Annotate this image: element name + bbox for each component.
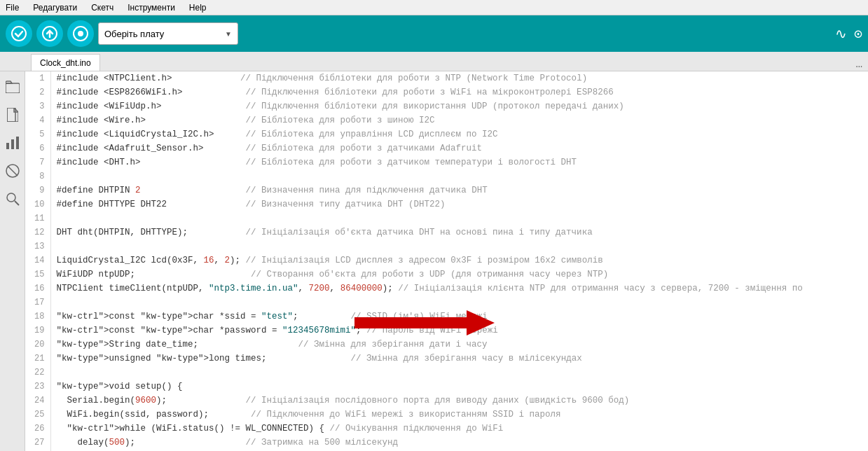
line-number: 2 xyxy=(25,85,50,99)
code-line-content xyxy=(50,366,868,380)
menu-sketch[interactable]: Скетч xyxy=(88,1,116,14)
svg-rect-9 xyxy=(16,137,19,149)
tab-filename: Clock_dht.ino xyxy=(40,58,91,68)
line-number: 23 xyxy=(25,380,50,394)
table-row: 3#include <WiFiUdp.h> // Підключення біб… xyxy=(25,99,868,113)
table-row: 27 delay(500); // Затримка на 500 мілісе… xyxy=(25,436,868,450)
debug-icon xyxy=(73,26,88,41)
line-number: 26 xyxy=(25,422,50,436)
line-number: 17 xyxy=(25,296,50,310)
code-line-content: Serial.begin(9600); // Ініціалізація пос… xyxy=(50,394,868,408)
code-line-content: #define DHTPIN 2 // Визначення пина для … xyxy=(50,183,868,197)
table-row: 18"kw-ctrl">const "kw-type">char *ssid =… xyxy=(25,310,868,324)
code-line-content: #include <WiFiUdp.h> // Підключення бібл… xyxy=(50,99,868,113)
table-row: 10#define DHTTYPE DHT22 // Визначення ти… xyxy=(25,197,868,211)
table-row: 23"kw-type">void setup() { xyxy=(25,380,868,394)
svg-point-12 xyxy=(7,193,15,202)
table-row: 6#include <Adafruit_Sensor.h> // Бібліот… xyxy=(25,141,868,155)
table-row: 22 xyxy=(25,366,868,380)
svg-point-4 xyxy=(78,31,83,36)
table-row: 1#include <NTPClient.h> // Підключення б… xyxy=(25,71,868,85)
code-table: 1#include <NTPClient.h> // Підключення б… xyxy=(25,71,868,451)
line-number: 8 xyxy=(25,169,50,183)
board-selector[interactable]: Оберіть плату ▼ xyxy=(98,22,238,45)
table-row: 26 "kw-ctrl">while (WiFi.status() != WL_… xyxy=(25,422,868,436)
table-row: 21"kw-type">unsigned "kw-type">long time… xyxy=(25,352,868,366)
code-line-content xyxy=(50,169,868,183)
code-line-content: #include <Adafruit_Sensor.h> // Бібліоте… xyxy=(50,141,868,155)
code-line-content: "kw-ctrl">while (WiFi.status() != WL_CON… xyxy=(50,422,868,436)
code-line-content: WiFiUDP ntpUDP; // Створання об'єкта для… xyxy=(50,268,868,282)
upload-icon xyxy=(42,26,57,41)
code-line-content: "kw-type">unsigned "kw-type">long times;… xyxy=(50,352,868,366)
sidebar xyxy=(0,71,25,451)
tab-overflow-icon[interactable]: … xyxy=(855,58,868,71)
code-line-content: #include <LiquidCrystal_I2C.h> // Бібліо… xyxy=(50,127,868,141)
code-line-content: "kw-ctrl">const "kw-type">char *ssid = "… xyxy=(50,310,868,324)
sidebar-block-icon[interactable] xyxy=(3,161,22,181)
line-number: 11 xyxy=(25,211,50,226)
line-number: 7 xyxy=(25,155,50,169)
code-area[interactable]: 1#include <NTPClient.h> // Підключення б… xyxy=(25,71,868,451)
code-line-content xyxy=(50,211,868,226)
table-row: 14LiquidCrystal_I2C lcd(0x3F, 16, 2); //… xyxy=(25,254,868,268)
line-number: 21 xyxy=(25,352,50,366)
upload-button[interactable] xyxy=(36,20,63,47)
menu-tools[interactable]: Інструменти xyxy=(125,1,178,14)
debug-button[interactable] xyxy=(67,20,94,47)
signal-icon[interactable]: ∿ xyxy=(835,25,847,43)
line-number: 25 xyxy=(25,408,50,422)
sidebar-search-icon[interactable] xyxy=(3,189,22,209)
svg-rect-8 xyxy=(11,139,14,149)
code-line-content: #include <DHT.h> // Бібліотека для робот… xyxy=(50,155,868,169)
line-number: 4 xyxy=(25,113,50,127)
table-row: 19"kw-ctrl">const "kw-type">char *passwo… xyxy=(25,324,868,338)
line-number: 22 xyxy=(25,366,50,380)
table-row: 20"kw-type">String date_time; // Змінна … xyxy=(25,338,868,352)
verify-button[interactable] xyxy=(6,20,32,47)
menubar: File Редагувати Скетч Інструменти Help xyxy=(0,0,868,15)
code-line-content: WiFi.begin(ssid, password); // Підключен… xyxy=(50,408,868,422)
line-number: 27 xyxy=(25,436,50,450)
verify-icon xyxy=(11,26,27,41)
line-number: 18 xyxy=(25,310,50,324)
table-row: 12DHT dht(DHTPIN, DHTTYPE); // Ініціаліз… xyxy=(25,226,868,240)
toolbar-right: ∿ ⊙ xyxy=(835,25,862,43)
sidebar-folder-icon[interactable] xyxy=(3,77,22,97)
line-number: 12 xyxy=(25,226,50,240)
line-number: 5 xyxy=(25,127,50,141)
code-line-content: LiquidCrystal_I2C lcd(0x3F, 16, 2); // І… xyxy=(50,254,868,268)
line-number: 20 xyxy=(25,338,50,352)
menu-file[interactable]: File xyxy=(3,1,22,14)
main-layout: 1#include <NTPClient.h> // Підключення б… xyxy=(0,71,868,451)
line-number: 15 xyxy=(25,268,50,282)
code-line-content: "kw-type">void setup() { xyxy=(50,380,868,394)
settings-icon[interactable]: ⊙ xyxy=(854,25,862,43)
table-row: 8 xyxy=(25,169,868,183)
board-label: Оберіть плату xyxy=(104,29,164,39)
code-line-content: #include <NTPClient.h> // Підключення бі… xyxy=(50,71,868,85)
line-number: 16 xyxy=(25,282,50,296)
code-line-content: "kw-type">String date_time; // Змінна дл… xyxy=(50,338,868,352)
line-number: 19 xyxy=(25,324,50,338)
table-row: 25 WiFi.begin(ssid, password); // Підклю… xyxy=(25,408,868,422)
toolbar: Оберіть плату ▼ ∿ ⊙ xyxy=(0,15,868,52)
sidebar-chart-icon[interactable] xyxy=(3,133,22,153)
line-number: 3 xyxy=(25,99,50,113)
line-number: 14 xyxy=(25,254,50,268)
code-line-content: DHT dht(DHTPIN, DHTTYPE); // Ініціалізац… xyxy=(50,226,868,240)
menu-help[interactable]: Help xyxy=(186,1,209,14)
table-row: 16NTPClient timeClient(ntpUDP, "ntp3.tim… xyxy=(25,282,868,296)
svg-point-0 xyxy=(12,27,26,41)
table-row: 7#include <DHT.h> // Бібліотека для робо… xyxy=(25,155,868,169)
code-line-content: "kw-ctrl">const "kw-type">char *password… xyxy=(50,324,868,338)
file-tab[interactable]: Clock_dht.ino xyxy=(31,54,100,71)
dropdown-arrow-icon: ▼ xyxy=(225,30,232,38)
svg-rect-5 xyxy=(6,83,20,93)
table-row: 15WiFiUDP ntpUDP; // Створання об'єкта д… xyxy=(25,268,868,282)
menu-edit[interactable]: Редагувати xyxy=(30,1,80,14)
code-line-content xyxy=(50,240,868,254)
sidebar-file-icon[interactable] xyxy=(3,105,22,125)
code-line-content: #define DHTTYPE DHT22 // Визначення типу… xyxy=(50,197,868,211)
line-number: 1 xyxy=(25,71,50,85)
